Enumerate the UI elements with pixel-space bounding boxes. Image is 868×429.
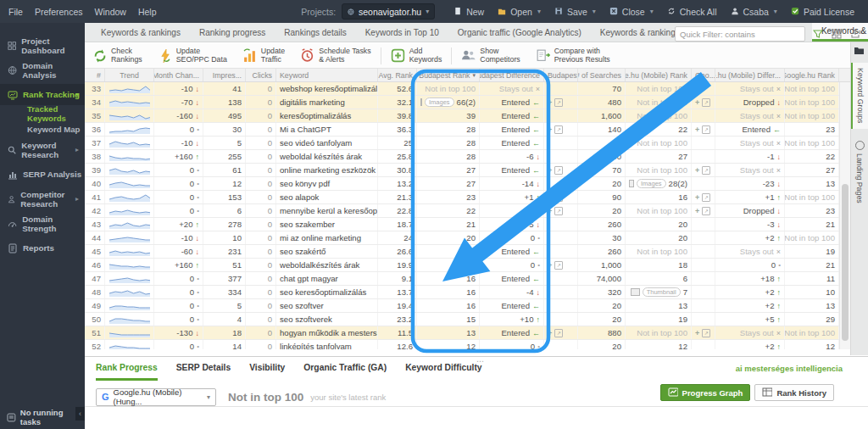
table-row[interactable]: 45-60↓2310seo szakértő26.620Entered←260N… <box>85 245 850 259</box>
table-row[interactable]: 480•3340seo keresőoptimalizálás13.716-4↓… <box>85 286 850 299</box>
column-header-clicks[interactable]: Clicks <box>246 69 276 81</box>
column-header-impres[interactable]: Impres... <box>203 69 246 81</box>
open-serp-icon[interactable]: ↗ <box>702 193 710 202</box>
add-icon[interactable]: + <box>548 166 552 175</box>
column-header-goo[interactable]: Goo... <box>692 69 715 81</box>
column-header-[interactable]: # <box>85 69 105 81</box>
add-icon[interactable]: + <box>695 98 699 107</box>
column-header-3-month-chan[interactable]: 3-Month Chan... <box>154 69 203 81</box>
add-icon[interactable]: + <box>548 329 552 337</box>
add-icon[interactable]: + <box>695 207 699 215</box>
menu-file[interactable]: File <box>8 7 23 17</box>
table-row[interactable]: 490•50seo szoftver19.416Entered←2013+2↑1… <box>85 299 850 313</box>
open-serp-icon[interactable]: ↗ <box>554 329 563 337</box>
close-button[interactable]: Close▾ <box>603 0 660 23</box>
progress-graph-button[interactable]: Progress Graph <box>660 384 751 401</box>
column-header-google-hu-mobile-differ[interactable]: Google.hu (Mobile) Differ... <box>715 69 785 81</box>
table-row[interactable]: 500•40seo szoftverek23.215+10↑2019+5↑29 <box>85 313 850 326</box>
tab-ranking-progress[interactable]: Ranking progress <box>190 23 275 42</box>
add-icon[interactable]: + <box>695 125 699 134</box>
table-row[interactable]: 35-160↓4950keresőoptimalizálás39.839Ente… <box>85 109 850 123</box>
sidebar-item-reports[interactable]: Reports <box>0 237 85 259</box>
open-serp-icon[interactable]: ↗ <box>702 125 710 134</box>
filter-funnel-icon[interactable] <box>812 28 824 40</box>
show-competitors-button[interactable]: ShowCompetitors <box>453 44 527 68</box>
column-header-budapest-aio[interactable]: Budapest AIO <box>544 69 578 81</box>
tab-organic-traffic-google-analytics[interactable]: Organic traffic (Google Analytics) <box>448 23 591 42</box>
detail-tab-keyword-difficulty[interactable]: Keyword Difficulty <box>405 363 481 381</box>
open-serp-icon[interactable]: ↗ <box>702 166 710 175</box>
menu-help[interactable]: Help <box>138 7 157 17</box>
tab-rankings-details[interactable]: Rankings details <box>275 23 355 42</box>
open-serp-icon[interactable]: ↗ <box>554 261 563 270</box>
panel-resize-grip[interactable]: ⋯ <box>476 357 485 365</box>
table-row[interactable]: 410•1530seo alapok21.323+1↑+↗9016+↗+1↑No… <box>85 191 850 204</box>
update-traffic-button[interactable]: UpdateTraffic <box>235 44 292 68</box>
schedule-tasks-alerts-button[interactable]: Schedule Tasks& Alerts <box>292 44 378 68</box>
table-row[interactable]: 33-10↓410webshop keresőoptimalizálás52.6… <box>85 82 850 96</box>
column-header-google-hu-rank[interactable]: Google.hu Rank <box>785 69 839 81</box>
tab-keywords-rankings[interactable]: Keywords & rankings <box>92 23 190 42</box>
column-header-keyword[interactable]: Keyword <box>276 69 378 81</box>
check-rankings-button[interactable]: CheckRankings <box>85 44 150 68</box>
column-header-avg-rank[interactable]: Avg. Rank <box>378 69 417 81</box>
menu-preferences[interactable]: Preferences <box>35 7 83 17</box>
table-row[interactable]: 46+160↑510weboldalkészítés árak19.9170•+… <box>85 259 850 272</box>
update-seo-ppc-data-button[interactable]: UpdateSEO/PPC Data <box>150 44 235 68</box>
open-serp-icon[interactable]: ↗ <box>702 329 710 337</box>
columns-grid-icon[interactable] <box>831 28 843 40</box>
detail-tab-organic-traffic-ga[interactable]: Organic Traffic (GA) <box>303 363 387 381</box>
detail-tab-rank-progress[interactable]: Rank Progress <box>96 363 158 381</box>
open-serp-icon[interactable]: ↗ <box>702 98 710 107</box>
open-serp-icon[interactable]: ↗ <box>554 207 563 215</box>
folder-icon[interactable] <box>854 46 865 57</box>
side-tab-keyword-groups[interactable]: Keyword Groups <box>851 63 868 129</box>
column-header-budapest-rank[interactable]: Budapest Rank▾ <box>417 69 480 81</box>
quick-filter-input[interactable] <box>675 26 805 42</box>
paid-license-button[interactable]: Paid License <box>784 0 861 23</box>
table-row[interactable]: 470•3770chat gpt magyar9.116Entered←74,0… <box>85 272 850 286</box>
vertical-scrollbar[interactable] <box>839 82 850 349</box>
add-icon[interactable]: + <box>695 329 699 337</box>
table-row[interactable]: 420•60mennyibe kerül a keresőoptima22.82… <box>85 204 850 218</box>
sidebar-item-project-dashboard[interactable]: Project Dashboard <box>0 35 85 56</box>
add-icon[interactable]: + <box>548 193 552 202</box>
menu-window[interactable]: Window <box>95 7 126 17</box>
detail-tab-serp-details[interactable]: SERP Details <box>176 363 231 381</box>
sidebar-item-competitor-research[interactable]: Competitor Research▸ <box>0 188 85 209</box>
side-tab-landing-pages[interactable]: Landing Pages <box>851 136 868 209</box>
column-header-budapest-difference[interactable]: Budapest Difference <box>480 69 544 81</box>
table-row[interactable]: 38+160↑2550weboldal készítés árak25.828-… <box>85 150 850 164</box>
sidebar-collapse-handle[interactable]: ‹ <box>75 407 85 421</box>
sidebar-item-keyword-map[interactable]: Keyword Map <box>0 122 85 136</box>
tab-keywords-in-top-10[interactable]: Keywords in Top 10 <box>356 23 448 42</box>
sidebar-item-keyword-research[interactable]: Keyword Research▸ <box>0 139 85 160</box>
open-serp-icon[interactable]: ↗ <box>554 193 563 202</box>
column-header-of-searches[interactable]: # of Searches <box>578 69 626 81</box>
table-row[interactable]: 390•610online marketing eszközök30.827En… <box>85 164 850 177</box>
export-icon[interactable] <box>849 28 861 40</box>
table-row[interactable]: 34-70↓1380digitális marketing32.1Images6… <box>85 96 850 109</box>
add-icon[interactable]: + <box>695 193 699 202</box>
table-row[interactable]: 43+20↑2780seo szakember18.721-5↓26020-3↓… <box>85 218 850 231</box>
open-serp-icon[interactable]: ↗ <box>554 166 563 175</box>
column-header-google-hu-mobile-rank[interactable]: Google.hu (Mobile) Rank <box>626 69 692 81</box>
new-button[interactable]: New <box>447 0 491 23</box>
compare-with-previous-results-button[interactable]: Compare withPrevious Results <box>528 44 618 68</box>
csaba-button[interactable]: Csaba▾ <box>724 0 784 23</box>
open-button[interactable]: Open▾ <box>491 0 548 23</box>
table-row[interactable]: 400•120seo könyv pdf13.227-14↓20Images28… <box>85 177 850 191</box>
open-serp-icon[interactable]: ↗ <box>702 207 710 215</box>
sidebar-item-rank-tracking[interactable]: Rank Tracking▾ <box>0 84 85 105</box>
open-serp-icon[interactable]: ↗ <box>554 98 563 107</box>
table-row[interactable]: 520•140linképítés tanfolyam12.6120•2012+… <box>85 340 850 349</box>
add-icon[interactable]: + <box>548 261 552 270</box>
check-all-button[interactable]: Check All <box>660 0 724 23</box>
add-keywords-button[interactable]: AddKeywords <box>383 44 450 68</box>
sidebar-item-serp-analysis[interactable]: SERP Analysis <box>0 164 85 185</box>
table-row[interactable]: 51-130↓180hogyan működik a mesterséges11… <box>85 326 850 340</box>
add-icon[interactable]: + <box>548 207 552 215</box>
table-row[interactable]: 360•300Mi a ChatGPT36.328Entered←+↗14022… <box>85 123 850 136</box>
sidebar-item-tracked-keywords[interactable]: Tracked Keywords <box>0 107 85 120</box>
open-serp-icon[interactable]: ↗ <box>554 125 563 134</box>
